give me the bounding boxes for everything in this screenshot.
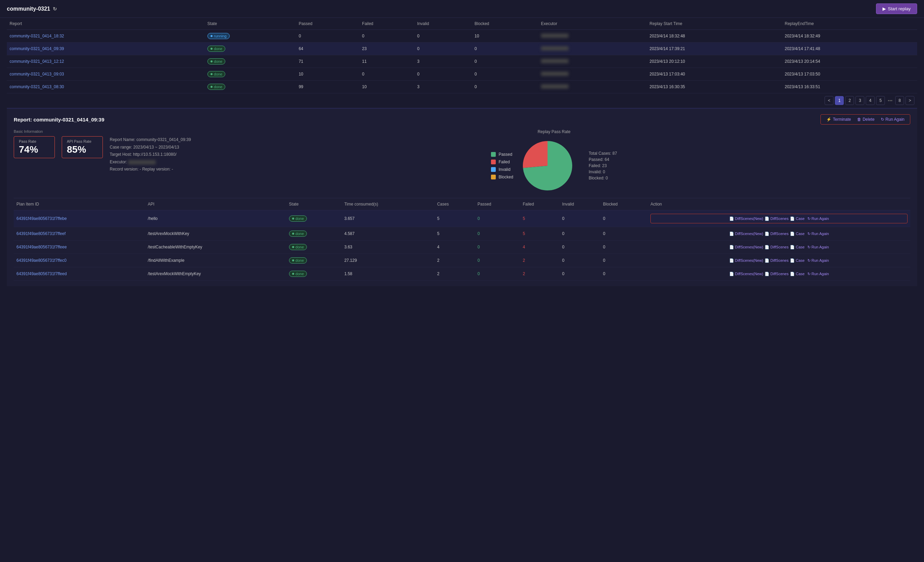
- report-link[interactable]: community-0321_0413_12:12: [10, 59, 64, 64]
- plan-action-cell: 📄 DiffScenes(New) 📄 DiffScenes 📄 Case ↻ …: [648, 240, 910, 254]
- report-link[interactable]: community-0321_0413_09:03: [10, 72, 64, 77]
- plan-blocked-cell: 0: [600, 240, 648, 254]
- pie-chart: [520, 138, 575, 193]
- replay-start-cell: 2023/4/13 17:03:40: [647, 68, 782, 81]
- plan-col-failed: Failed: [520, 198, 560, 210]
- plan-failed-cell: 5: [520, 210, 560, 227]
- legend-label: Blocked: [498, 174, 513, 179]
- col-invalid: Invalid: [414, 18, 472, 30]
- col-passed: Passed: [296, 18, 359, 30]
- pass-rate-value: 74%: [19, 144, 50, 155]
- app-title: community-0321 ↻: [7, 6, 57, 12]
- plan-state-cell: done: [286, 254, 342, 267]
- page-5-button[interactable]: 5: [876, 96, 885, 105]
- plan-invalid-cell: 0: [559, 210, 600, 227]
- executor-blur: [541, 46, 568, 50]
- action-cell: 📄 DiffScenes(New) 📄 DiffScenes 📄 Case ↻ …: [650, 231, 908, 236]
- diff-scenes-link[interactable]: 📄 DiffScenes: [765, 245, 789, 249]
- plan-time-cell: 1.58: [342, 267, 434, 281]
- plan-id-cell: 64391f49ae8056731f7ffeed: [14, 267, 145, 281]
- prev-page-button[interactable]: <: [825, 96, 834, 105]
- case-link[interactable]: 📄 Case: [790, 258, 805, 263]
- case-link[interactable]: 📄 Case: [790, 216, 805, 221]
- report-action-buttons: ⚡ Terminate 🗑 Delete ↻ Run Again: [820, 114, 910, 125]
- case-link[interactable]: 📄 Case: [790, 245, 805, 249]
- plan-state-cell: done: [286, 227, 342, 240]
- invalid-cell: 0: [414, 42, 472, 55]
- basic-info-label: Basic Information: [14, 129, 55, 134]
- plan-run-again-link[interactable]: ↻ Run Again: [807, 216, 829, 221]
- plan-state-dot: [292, 259, 294, 261]
- info-details: Report Name: community-0321_0414_09:39Ca…: [110, 136, 191, 173]
- invalid-cell: 3: [414, 81, 472, 93]
- api-pass-rate-card: API Pass Rate 85%: [62, 136, 103, 158]
- executor-cell: [538, 81, 647, 93]
- page-8-button[interactable]: 8: [895, 96, 904, 105]
- diff-scenes-link[interactable]: 📄 DiffScenes: [765, 216, 789, 221]
- plan-run-again-link[interactable]: ↻ Run Again: [807, 231, 829, 236]
- case-link[interactable]: 📄 Case: [790, 231, 805, 236]
- delete-button[interactable]: 🗑 Delete: [856, 116, 876, 122]
- page-1-button[interactable]: 1: [835, 96, 844, 105]
- plan-time-cell: 27.129: [342, 254, 434, 267]
- terminate-label: Terminate: [833, 117, 851, 122]
- executor-cell: [538, 42, 647, 55]
- plan-run-again-link[interactable]: ↻ Run Again: [807, 245, 829, 249]
- invalid-cell: 0: [414, 68, 472, 81]
- case-link[interactable]: 📄 Case: [790, 272, 805, 276]
- passed-cell: 99: [296, 81, 359, 93]
- run-again-label: Run Again: [886, 117, 904, 122]
- info-detail-line: Report Name: community-0321_0414_09:39: [110, 136, 191, 144]
- plan-id-cell: 64391f49ae8056731f7ffeef: [14, 227, 145, 240]
- failed-slice: [523, 141, 548, 168]
- chart-section: Replay Pass Rate PassedFailedInvalidBloc…: [198, 129, 910, 193]
- run-again-button[interactable]: ↻ Run Again: [879, 116, 906, 122]
- report-link[interactable]: community-0321_0413_08:30: [10, 84, 64, 89]
- report-details-section: Report Name: community-0321_0414_09:39Ca…: [110, 136, 191, 173]
- title-text: community-0321: [7, 6, 50, 12]
- plan-col-api: API: [145, 198, 286, 210]
- plan-run-again-link[interactable]: ↻ Run Again: [807, 258, 829, 263]
- diff-scenes-link[interactable]: 📄 DiffScenes: [765, 272, 789, 276]
- plan-passed-cell: 0: [475, 267, 520, 281]
- page-3-button[interactable]: 3: [855, 96, 864, 105]
- state-dot: [210, 73, 213, 75]
- info-detail-line: Executor:: [110, 159, 191, 166]
- diff-scenes-link[interactable]: 📄 DiffScenes: [765, 231, 789, 236]
- plan-api-cell: /hello: [145, 210, 286, 227]
- info-row: Basic Information Pass Rate 74% API Pass…: [14, 129, 910, 193]
- pass-rate-label: Pass Rate: [19, 139, 50, 143]
- executor-blur: [541, 72, 568, 76]
- page-4-button[interactable]: 4: [866, 96, 874, 105]
- plan-passed-cell: 0: [475, 254, 520, 267]
- start-replay-button[interactable]: ▶ Start replay: [876, 3, 917, 14]
- chart-stats: Total Cases: 87Passed: 64Failed: 23Inval…: [589, 151, 617, 180]
- executor-cell: [538, 68, 647, 81]
- passed-cell: 71: [296, 55, 359, 68]
- failed-cell: 23: [359, 42, 414, 55]
- plan-api-cell: /testCacheableWithEmptyKey: [145, 240, 286, 254]
- replay-end-cell: 2023/4/13 17:03:50: [782, 68, 917, 81]
- plan-action-cell: 📄 DiffScenes(New) 📄 DiffScenes 📄 Case ↻ …: [648, 227, 910, 240]
- report-link[interactable]: community-0321_0414_18:32: [10, 34, 64, 38]
- report-link[interactable]: community-0321_0414_09:39: [10, 46, 64, 51]
- diff-scenes-new-link[interactable]: 📄 DiffScenes(New): [729, 231, 763, 236]
- diff-scenes-link[interactable]: 📄 DiffScenes: [765, 258, 789, 263]
- plan-run-again-link[interactable]: ↻ Run Again: [807, 272, 829, 276]
- blocked-cell: 0: [472, 81, 538, 93]
- terminate-button[interactable]: ⚡ Terminate: [825, 116, 852, 122]
- executor-blur: [541, 84, 568, 89]
- legend-item: Failed: [491, 159, 513, 164]
- diff-scenes-new-link[interactable]: 📄 DiffScenes(New): [729, 245, 763, 249]
- diff-scenes-new-link[interactable]: 📄 DiffScenes(New): [729, 216, 763, 221]
- plan-col-id: Plan Item ID: [14, 198, 145, 210]
- refresh-icon[interactable]: ↻: [53, 6, 57, 12]
- diff-scenes-new-link[interactable]: 📄 DiffScenes(New): [729, 272, 763, 276]
- start-replay-label: Start replay: [888, 6, 910, 11]
- diff-scenes-new-link[interactable]: 📄 DiffScenes(New): [729, 258, 763, 263]
- plan-action-cell: 📄 DiffScenes(New) 📄 DiffScenes 📄 Case ↻ …: [648, 254, 910, 267]
- next-page-button[interactable]: >: [906, 96, 914, 105]
- page-2-button[interactable]: 2: [845, 96, 854, 105]
- plan-cases-cell: 2: [434, 267, 475, 281]
- report-table: Report State Passed Failed Invalid Block…: [7, 18, 917, 93]
